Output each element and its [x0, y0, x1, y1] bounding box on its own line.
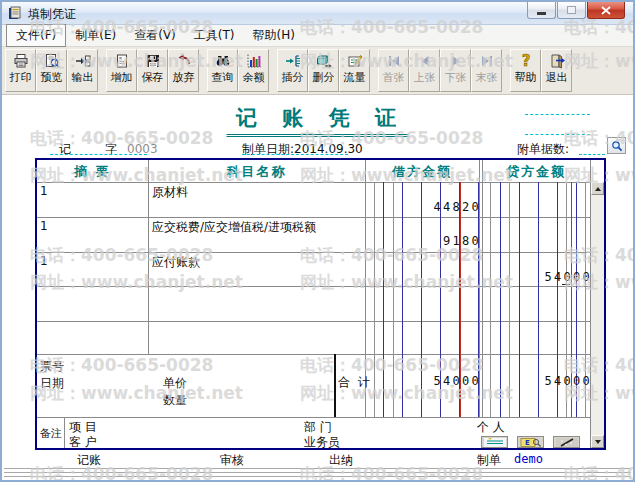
account-cell[interactable]: 应付账款 [152, 254, 200, 271]
total-debit-amount: 54000 [433, 374, 481, 388]
edit-caret [562, 284, 570, 285]
dashed-line [242, 154, 348, 155]
dashed-line [525, 114, 590, 115]
credit-amount[interactable]: 54000 [544, 270, 592, 284]
summary-cell[interactable]: 1 [40, 184, 48, 198]
person-label[interactable]: 个 人 [477, 419, 505, 436]
insert-split-button[interactable]: 插分 [277, 49, 308, 92]
review-label: 审核 [220, 452, 244, 469]
delete-row-icon [316, 53, 332, 69]
voucher-area: 记 账 凭 证 记 字 0003 制单日期:2014.09.30 附单据数: [2, 95, 633, 480]
unit-price-label: 单价 [163, 375, 187, 392]
header-credit: 贷方金额 [482, 163, 590, 180]
status-groove [4, 468, 631, 471]
balance-chart-icon [246, 53, 262, 69]
summary-cell[interactable]: 1 [40, 219, 48, 233]
account-cell[interactable]: 原材料 [152, 184, 188, 201]
customer-label[interactable]: 客 户 [69, 434, 97, 451]
magnifier-icon [611, 140, 623, 152]
note-tool-button[interactable] [481, 436, 508, 448]
dashed-line [525, 134, 590, 135]
header-summary: 摘 要 [37, 163, 148, 180]
flow-button[interactable]: 流量 [339, 49, 370, 92]
total-divider [334, 354, 336, 417]
toolbar: 打印 预览 输出 增加 [2, 47, 633, 95]
currency-tool-button[interactable]: E [517, 436, 544, 448]
arrow-down-icon [595, 440, 601, 444]
save-icon [145, 53, 161, 69]
first-voucher-button[interactable]: 首张 [378, 49, 409, 92]
quantity-label: 数量 [163, 392, 187, 409]
minimize-icon [537, 12, 546, 15]
salesman-label[interactable]: 业务员 [304, 434, 340, 451]
app-icon [8, 6, 23, 21]
total-label: 合 计 [338, 374, 372, 391]
minimize-button[interactable] [527, 2, 556, 19]
menu-view[interactable]: 查看(V) [125, 25, 185, 46]
header-account: 科目名称 [148, 163, 365, 180]
nav-next-icon [448, 53, 464, 69]
arrow-up-icon [595, 187, 601, 191]
menu-help[interactable]: 帮助(H) [244, 25, 304, 46]
close-icon [601, 6, 611, 15]
voucher-title: 记 账 凭 证 [226, 104, 409, 137]
wand-tool-button[interactable] [553, 436, 580, 448]
card-magnifier-icon: E [520, 438, 542, 447]
total-credit-amount: 54000 [544, 374, 592, 388]
note-label: 备注 [40, 426, 62, 441]
attachments-label: 附单据数: [517, 141, 569, 158]
menu-file[interactable]: 文件(F) [6, 24, 66, 47]
menu-bar: 文件(F) 制单(E) 查看(V) 工具(T) 帮助(H) [2, 25, 633, 47]
attachment-search-button[interactable] [607, 137, 626, 154]
account-cell[interactable]: 应交税费/应交增值税/进项税额 [152, 219, 316, 236]
prev-voucher-button[interactable]: 上张 [409, 49, 440, 92]
add-icon [114, 53, 130, 69]
flag-lines-icon [484, 438, 506, 447]
preparer-value: demo [514, 452, 543, 466]
printer-icon [13, 53, 29, 69]
debit-amount[interactable]: 44820 [433, 200, 481, 214]
export-button[interactable]: 输出 [67, 49, 98, 92]
next-voucher-button[interactable]: 下张 [440, 49, 471, 92]
note-divider [64, 417, 65, 448]
balance-button[interactable]: 余额 [238, 49, 269, 92]
section-divider [37, 417, 590, 418]
menu-tools[interactable]: 工具(T) [185, 25, 244, 46]
title-bar[interactable]: 填制凭证 [2, 2, 633, 25]
close-button[interactable] [587, 2, 625, 19]
voucher-word-prefix: 记 [59, 141, 71, 158]
voucher-word-suffix: 字 [105, 141, 117, 158]
nav-last-icon [479, 53, 495, 69]
scroll-down-button[interactable] [591, 435, 604, 448]
export-icon [75, 53, 91, 69]
date-label: 日期 [40, 375, 64, 392]
binoculars-icon [215, 53, 231, 69]
print-button[interactable]: 打印 [5, 49, 36, 92]
voucher-date[interactable]: 制单日期:2014.09.30 [242, 141, 363, 158]
save-button[interactable]: 保存 [137, 49, 168, 92]
last-voucher-button[interactable]: 末张 [471, 49, 502, 92]
add-button[interactable]: 增加 [106, 49, 137, 92]
exit-button[interactable]: 退出 [541, 49, 572, 92]
query-button[interactable]: 查询 [207, 49, 238, 92]
status-groove [4, 472, 631, 475]
help-button[interactable]: ? 帮助 [510, 49, 541, 92]
menu-voucher[interactable]: 制单(E) [66, 25, 125, 46]
vertical-scrollbar[interactable] [590, 182, 604, 448]
debit-amount[interactable]: 9180 [443, 234, 481, 248]
abandon-button[interactable]: 放弃 [168, 49, 199, 92]
scroll-up-button[interactable] [591, 182, 604, 195]
cashier-label: 出纳 [329, 452, 353, 469]
ticket-label: 票号 [40, 358, 64, 375]
dashed-line [50, 154, 147, 155]
preparer-label: 制单 [477, 452, 501, 469]
attachments-input-line[interactable] [579, 154, 605, 155]
svg-text:E: E [525, 439, 530, 447]
summary-cell[interactable]: 1 [40, 254, 48, 268]
maximize-button[interactable] [557, 2, 586, 19]
delete-split-button[interactable]: 删分 [308, 49, 339, 92]
preview-button[interactable]: 预览 [36, 49, 67, 92]
app-window: 填制凭证 文件(F) 制单(E) 查看(V) 工具(T) 帮助(H) [0, 0, 635, 482]
flow-icon [347, 53, 363, 69]
window-title: 填制凭证 [28, 6, 76, 23]
